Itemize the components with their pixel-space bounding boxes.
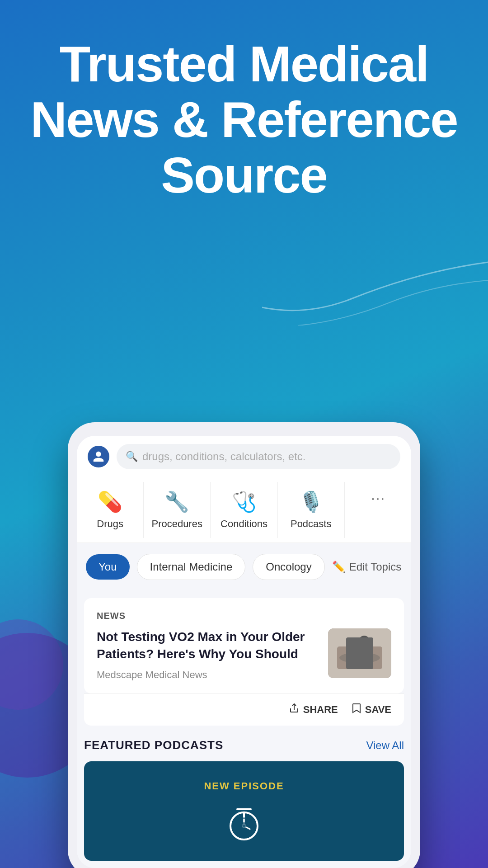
hero-section: Trusted Medical News & Reference Source [0,0,488,222]
topic-pill-internal-medicine[interactable]: Internal Medicine [137,554,246,580]
phone-mockup: 🔍 drugs, conditions, calculators, etc. 💊… [68,422,420,868]
svg-line-8 [362,658,366,665]
podcast-card[interactable]: NEW EPISODE [84,761,404,861]
news-title[interactable]: Not Testing VO2 Max in Your Older Patien… [97,628,319,663]
category-drugs[interactable]: 💊 Drugs [77,482,144,538]
search-icon: 🔍 [126,451,138,462]
news-content: Not Testing VO2 Max in Your Older Patien… [97,628,391,681]
podcasts-section: FEATURED PODCASTS View All NEW EPISODE [77,726,411,868]
thumbnail-image [328,628,391,678]
svg-line-4 [362,646,364,658]
category-conditions[interactable]: 🩺 Conditions [211,482,277,538]
podcasts-section-header: FEATURED PODCASTS View All [84,738,404,752]
edit-topics-label: Edit Topics [349,561,402,573]
news-text: Not Testing VO2 Max in Your Older Patien… [97,628,319,681]
phone-screen: 🔍 drugs, conditions, calculators, etc. 💊… [77,436,411,868]
topic-pill-you[interactable]: You [86,554,130,580]
pencil-icon: ✏️ [332,561,346,573]
drugs-icon: 💊 [98,490,122,514]
procedures-icon: 🔧 [164,490,189,514]
svg-line-7 [359,658,362,667]
news-actions-row: SHARE SAVE [84,693,404,726]
view-all-button[interactable]: View All [366,739,404,752]
search-bar-row: 🔍 drugs, conditions, calculators, etc. [77,436,411,477]
search-input-box[interactable]: 🔍 drugs, conditions, calculators, etc. [117,444,400,469]
share-label: SHARE [303,704,338,716]
save-icon [352,703,361,717]
category-more[interactable]: ⋯ [345,482,411,538]
share-icon [289,703,300,717]
svg-line-6 [362,653,369,660]
deco-lines [262,235,488,326]
news-source: Medscape Medical News [97,669,319,681]
phone-frame: 🔍 drugs, conditions, calculators, etc. 💊… [68,422,420,868]
categories-row: 💊 Drugs 🔧 Procedures 🩺 Conditions 🎙️ Pod… [77,477,411,543]
edit-topics-button[interactable]: ✏️ Edit Topics [332,561,402,573]
news-section-label: NEWS [97,611,391,621]
save-label: SAVE [365,704,391,716]
svg-point-2 [339,652,380,663]
topic-pill-oncology[interactable]: Oncology [253,554,324,580]
podcasts-section-title: FEATURED PODCASTS [84,738,223,752]
news-card: NEWS Not Testing VO2 Max in Your Older P… [84,598,404,693]
user-avatar[interactable] [88,446,109,467]
podcasts-label: Podcasts [291,518,332,530]
more-icon: ⋯ [371,490,385,507]
category-podcasts[interactable]: 🎙️ Podcasts [278,482,345,538]
category-procedures[interactable]: 🔧 Procedures [144,482,211,538]
news-thumbnail [328,628,391,678]
save-button[interactable]: SAVE [352,703,391,717]
topics-row: You Internal Medicine Oncology ✏️ Edit T… [77,543,411,591]
new-episode-badge: NEW EPISODE [204,780,284,792]
conditions-icon: 🩺 [232,490,257,514]
drugs-label: Drugs [97,518,123,530]
procedures-label: Procedures [152,518,203,530]
svg-line-5 [355,653,362,660]
hero-title: Trusted Medical News & Reference Source [27,36,461,203]
podcasts-icon: 🎙️ [299,490,324,514]
search-placeholder: drugs, conditions, calculators, etc. [142,450,306,463]
podcast-timer-icon [224,801,264,842]
share-button[interactable]: SHARE [289,703,338,717]
svg-point-3 [359,636,370,646]
conditions-label: Conditions [221,518,267,530]
